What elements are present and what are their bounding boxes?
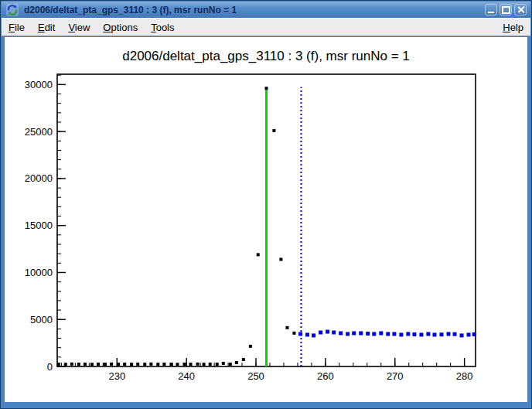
background-level-points [298, 330, 476, 338]
data-point [123, 363, 126, 366]
data-point [467, 332, 471, 336]
maximize-button[interactable] [500, 4, 512, 15]
reference-lines [267, 87, 302, 366]
x-tick-label: 260 [317, 370, 334, 382]
data-point [156, 363, 159, 366]
menu-edit[interactable]: Edit [38, 22, 55, 33]
y-tick-label: 5000 [30, 314, 53, 325]
data-point [392, 332, 396, 336]
maximize-icon [502, 6, 510, 14]
close-button[interactable] [514, 4, 527, 15]
data-point [359, 331, 363, 335]
root-canvas-icon[interactable] [6, 4, 19, 16]
data-point [136, 363, 139, 366]
data-point [305, 332, 309, 336]
data-point [366, 332, 370, 336]
data-point [412, 332, 416, 336]
histogram-data-points [57, 87, 296, 366]
data-point [446, 332, 450, 336]
data-point [70, 363, 73, 366]
plot-area[interactable]: d2006/deltat_pta_gps_3110 : 3 (f), msr r… [5, 37, 529, 404]
data-point [319, 331, 322, 335]
data-point [257, 253, 260, 256]
x-tick-label: 240 [178, 370, 195, 382]
x-tick-label: 250 [247, 370, 264, 382]
data-point [203, 363, 206, 366]
y-tick-label: 10000 [25, 267, 53, 278]
data-point [298, 332, 302, 336]
data-point [143, 363, 146, 366]
minimize-button[interactable] [485, 4, 497, 15]
data-point [265, 87, 268, 90]
data-point [453, 332, 457, 336]
minimize-icon [488, 12, 494, 13]
root-canvas-window: d2006/deltat_pta_gps_3110 : 3 (f), msr r… [0, 0, 532, 409]
data-point [149, 363, 152, 366]
data-point [460, 333, 464, 337]
plot-canvas[interactable]: d2006/deltat_pta_gps_3110 : 3 (f), msr r… [5, 37, 527, 402]
chart-title: d2006/deltat_pta_gps_3110 : 3 (f), msr r… [122, 49, 410, 63]
data-point [84, 363, 87, 366]
data-point [406, 332, 410, 336]
data-point [216, 363, 219, 366]
data-point [229, 363, 232, 366]
data-point [235, 361, 238, 364]
data-point [189, 363, 193, 366]
data-point [332, 331, 336, 335]
data-point [472, 332, 476, 336]
data-point [169, 363, 172, 366]
data-point [432, 332, 436, 336]
data-point [272, 129, 275, 132]
data-point [312, 333, 315, 337]
data-point [110, 363, 113, 366]
data-point [386, 332, 390, 336]
y-tick-label: 0 [47, 361, 53, 373]
menu-help[interactable]: Help [503, 22, 523, 33]
close-icon [517, 6, 524, 13]
data-point [90, 363, 94, 366]
menu-options[interactable]: Options [103, 22, 138, 33]
menubar: File Edit View Options Tools Help [2, 18, 530, 36]
data-point [426, 332, 430, 336]
y-tick-label: 15000 [25, 220, 53, 231]
data-point [352, 331, 356, 335]
window-controls [485, 4, 527, 15]
data-point [292, 332, 295, 335]
data-point [372, 332, 376, 336]
data-point [346, 332, 350, 336]
x-tick-label: 280 [456, 370, 473, 382]
menu-tools[interactable]: Tools [151, 22, 174, 33]
data-point [104, 363, 107, 366]
data-point [117, 363, 120, 366]
data-point [77, 363, 80, 366]
y-tick-label: 25000 [25, 126, 53, 138]
data-point [182, 363, 186, 366]
x-tick-label: 270 [387, 370, 404, 382]
data-point [196, 363, 200, 366]
x-tick-label: 230 [108, 370, 125, 382]
data-point [379, 331, 383, 335]
data-point [176, 363, 179, 366]
data-point [209, 363, 212, 366]
data-point [339, 331, 343, 335]
data-point [326, 330, 329, 334]
data-point [419, 332, 423, 336]
data-point [57, 363, 60, 366]
y-tick-label: 20000 [25, 172, 53, 184]
y-axis: 050001000015000200002500030000 [25, 75, 66, 372]
data-point [279, 257, 282, 261]
data-point [64, 363, 67, 366]
data-point [439, 332, 443, 336]
data-point [97, 363, 100, 366]
data-point [222, 362, 225, 365]
data-point [162, 363, 165, 366]
window-title: d2006/deltat_pta_gps_3110 : 3 (f), msr r… [24, 5, 237, 15]
data-point [130, 363, 133, 366]
data-point [285, 326, 288, 329]
menu-file[interactable]: File [9, 22, 25, 33]
data-point [242, 358, 245, 361]
data-point [399, 332, 403, 336]
titlebar[interactable]: d2006/deltat_pta_gps_3110 : 3 (f), msr r… [2, 2, 530, 18]
y-tick-label: 30000 [25, 79, 53, 90]
menu-view[interactable]: View [68, 22, 90, 33]
